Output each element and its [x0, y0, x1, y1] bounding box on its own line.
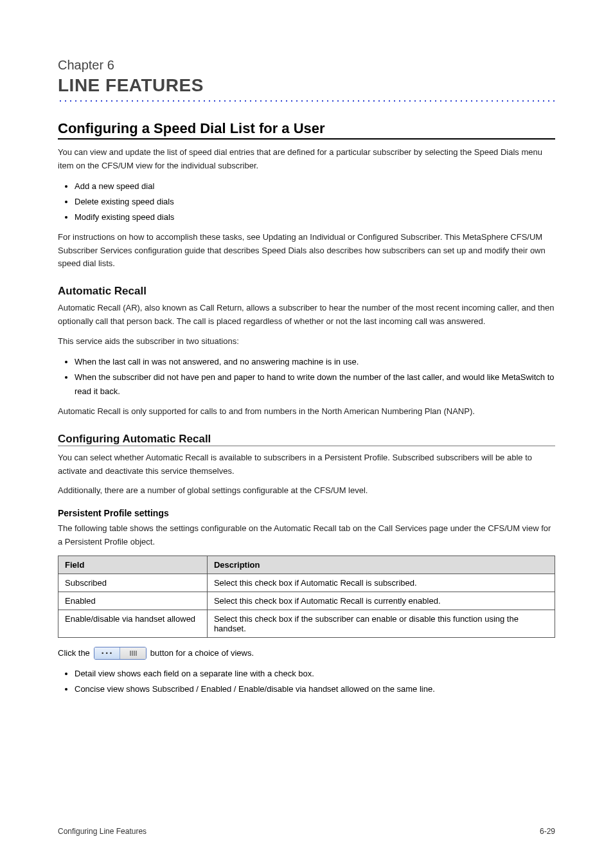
table-row: Subscribed Select this check box if Auto… — [58, 574, 555, 592]
footer-left: Configuring Line Features — [58, 827, 147, 836]
configuring-ar-paragraph-2: Additionally, there are a number of glob… — [58, 484, 555, 498]
view-choice-prefix: Click the — [58, 647, 90, 660]
view-bullets: Detail view shows each field on a separa… — [58, 667, 555, 696]
table-cell-field: Subscribed — [58, 574, 208, 592]
configuring-ar-paragraph-1: You can select whether Automatic Recall … — [58, 451, 555, 478]
list-item: Concise view shows Subscribed / Enabled … — [75, 682, 555, 696]
table-header-description: Description — [207, 556, 555, 574]
bars-icon — [120, 647, 146, 659]
list-item: Delete existing speed dials — [75, 195, 555, 209]
intro-bullet-list: Add a new speed dial Delete existing spe… — [58, 179, 555, 224]
intro-paragraph: You can view and update the list of spee… — [58, 146, 555, 173]
page-footer: Configuring Line Features 6-29 — [58, 827, 555, 836]
list-item: When the subscriber did not have pen and… — [75, 370, 555, 399]
automatic-recall-heading: Automatic Recall — [58, 285, 555, 298]
table-header-row: Field Description — [58, 556, 555, 574]
settings-table: Field Description Subscribed Select this… — [58, 556, 555, 638]
view-choice-rest: button for a choice of views. — [150, 647, 254, 660]
table-cell-description: Select this check box if Automatic Recal… — [207, 592, 555, 610]
list-item: Modify existing speed dials — [75, 210, 555, 224]
chapter-title: LINE FEATURES — [58, 75, 555, 96]
persistent-profile-heading: Persistent Profile settings — [58, 508, 555, 518]
after-bullets-paragraph: For instructions on how to accomplish th… — [58, 231, 555, 271]
view-toggle-button[interactable]: ••• — [94, 647, 147, 660]
table-row: Enable/disable via handset allowed Selec… — [58, 610, 555, 637]
list-item: When the last call in was not answered, … — [75, 355, 555, 369]
configuring-ar-heading: Configuring Automatic Recall — [58, 433, 555, 446]
section-divider — [58, 138, 555, 140]
table-cell-description: Select this check box if Automatic Recal… — [207, 574, 555, 592]
table-cell-field: Enable/disable via handset allowed — [58, 610, 208, 637]
section-heading: Configuring a Speed Dial List for a User — [58, 120, 555, 137]
ar-paragraph-3: Automatic Recall is only supported for c… — [58, 405, 555, 419]
view-choice-line: Click the ••• button for a choice of vie… — [58, 647, 555, 660]
ar-bullet-list: When the last call in was not answered, … — [58, 355, 555, 399]
list-item: Add a new speed dial — [75, 179, 555, 194]
list-item: Detail view shows each field on a separa… — [75, 667, 555, 681]
dots-icon: ••• — [94, 647, 121, 659]
persistent-profile-paragraph: The following table shows the settings c… — [58, 522, 555, 549]
ar-paragraph-1: Automatic Recall (AR), also known as Cal… — [58, 302, 555, 329]
chapter-label: Chapter 6 — [58, 58, 555, 73]
subsection-divider — [58, 446, 555, 446]
table-cell-description: Select this check box if the subscriber … — [207, 610, 555, 637]
table-cell-field: Enabled — [58, 592, 208, 610]
dotted-divider — [58, 100, 555, 102]
footer-right: 6-29 — [540, 827, 555, 836]
table-header-field: Field — [58, 556, 208, 574]
ar-paragraph-2: This service aids the subscriber in two … — [58, 335, 555, 348]
table-row: Enabled Select this check box if Automat… — [58, 592, 555, 610]
